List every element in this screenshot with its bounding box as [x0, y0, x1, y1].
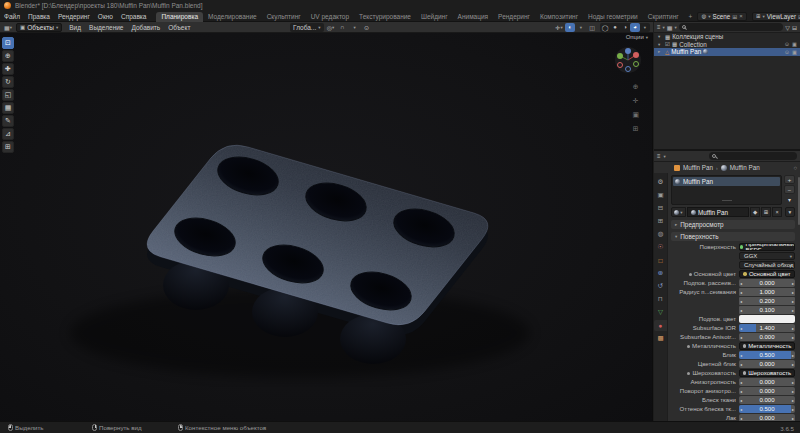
tab-physics[interactable]: ↺ — [654, 281, 667, 292]
scene-selector[interactable]: ◍ ▾ Scene ⊞ × — [697, 12, 746, 21]
overlays-dropdown[interactable]: ▾ — [576, 23, 586, 32]
remove-slot-button[interactable]: − — [784, 185, 795, 194]
outliner-row[interactable]: ▾☑▦Collection⊙▣ — [654, 41, 800, 49]
add-slot-button[interactable]: + — [784, 175, 795, 184]
tab-constraints[interactable]: ⊓ — [654, 294, 667, 305]
pan-icon[interactable]: ✛ — [633, 97, 639, 105]
workspace-tab[interactable]: Скриптинг — [643, 12, 684, 22]
browse-material-button[interactable]: ▾ — [671, 207, 686, 217]
workspace-tab[interactable]: Ноды геометрии — [583, 12, 643, 22]
topbar-menu[interactable]: Правка — [24, 13, 54, 20]
zoom-icon[interactable]: ⊕ — [633, 83, 639, 91]
breadcrumb-object[interactable]: Muffin Pan — [683, 164, 713, 171]
outliner-display-mode-icon[interactable]: ▦ — [667, 24, 673, 31]
hide-viewport-icon[interactable]: ⊙ — [785, 41, 789, 47]
sheen-tint-field[interactable]: ◂0.500▸ — [739, 405, 795, 413]
subsurface-radius-field[interactable]: ◂0.200▸ — [739, 297, 795, 305]
tab-output[interactable]: ⊟ — [654, 203, 667, 214]
material-slot-list[interactable]: Muffin Pan — [671, 175, 782, 205]
surface-field[interactable]: Принципиальный BSDF — [739, 243, 795, 251]
properties-search-input[interactable] — [709, 152, 797, 160]
specular-field[interactable]: ◂0.500▸ — [739, 351, 795, 359]
slot-specials-dropdown[interactable]: ▾ — [784, 195, 795, 204]
show-gizmo-button[interactable]: ✛▾ — [554, 23, 564, 32]
tab-scene[interactable]: ◍ — [654, 229, 667, 240]
shading-material-button[interactable]: ◑ — [620, 23, 630, 32]
resize-grip[interactable] — [722, 200, 732, 203]
outliner-filter-icon[interactable]: ▽ — [785, 24, 790, 31]
disclosure-icon[interactable]: ▾ — [658, 34, 663, 39]
workspace-tab[interactable]: Скульптинг — [262, 12, 306, 22]
outliner-search-input[interactable] — [679, 23, 784, 31]
material-specials-dropdown[interactable]: ▾ — [785, 207, 795, 217]
tab-object[interactable]: □ — [654, 255, 667, 266]
viewport-menu[interactable]: Объект — [164, 24, 194, 31]
roughness-field[interactable]: Шероховатость — [739, 369, 795, 377]
editor-type-button[interactable]: ▦▾ — [3, 23, 13, 32]
show-overlays-button[interactable]: ◐ — [565, 23, 575, 32]
disclosure-icon[interactable]: ▸ — [658, 49, 663, 54]
topbar-menu[interactable]: Справка — [117, 13, 151, 20]
snap-toggle-button[interactable]: ∩ — [338, 23, 348, 32]
tab-tool[interactable]: ⚙ — [654, 177, 667, 188]
shading-solid-button[interactable]: ● — [610, 23, 620, 32]
unlink-scene-icon[interactable]: × — [739, 13, 743, 19]
breadcrumb-material[interactable]: Muffin Pan — [730, 164, 760, 171]
tab-render[interactable]: ▣ — [654, 190, 667, 201]
new-scene-icon[interactable]: ⊞ — [732, 13, 737, 20]
subsurface-radius-field[interactable]: ◂1.000▸ — [739, 288, 795, 296]
subsurface-method-dropdown[interactable]: Случайный обход▾ — [739, 261, 795, 269]
tab-texture[interactable]: ▩ — [654, 333, 667, 344]
view-layer-selector[interactable]: ⊞ ▾ ViewLayer ⊞ × — [752, 12, 800, 21]
tab-modifiers[interactable]: ⊛ — [654, 268, 667, 279]
tab-material[interactable]: ● — [654, 320, 667, 331]
material-name-field[interactable]: Muffin Pan — [687, 207, 749, 217]
anisotropic-field[interactable]: ◂0.000▸ — [739, 378, 795, 386]
outliner-row[interactable]: ▸△Muffin Pan⊙▣ — [654, 48, 800, 56]
outliner-options-icon[interactable]: ⊟ — [792, 24, 797, 31]
tab-world[interactable]: ☉ — [654, 242, 667, 253]
surface-panel-header[interactable]: ▾Поверхность — [671, 232, 795, 241]
subsurface-radius-field[interactable]: ◂0.100▸ — [739, 306, 795, 314]
clearcoat-field[interactable]: ◂0.000▸ — [739, 414, 795, 421]
proportional-edit-button[interactable]: ⊙ — [362, 23, 372, 32]
outliner-editor-icon[interactable]: ≡ — [657, 24, 661, 30]
workspace-tab[interactable]: UV редактор — [306, 12, 354, 22]
disclosure-icon[interactable]: ▾ — [658, 42, 663, 47]
snap-settings-dropdown[interactable]: ▾ — [350, 23, 360, 32]
subsurface-anisotropy-field[interactable]: ◂0.000▸ — [739, 333, 795, 341]
workspace-tab[interactable]: Моделирование — [203, 12, 262, 22]
workspace-tab[interactable]: Рендеринг — [493, 12, 535, 22]
muffin-pan-object[interactable] — [70, 145, 530, 378]
workspace-tab[interactable]: Анимация — [453, 12, 494, 22]
workspace-tab[interactable]: Текстурирование — [354, 12, 416, 22]
anisotropic-rotation-field[interactable]: ◂0.000▸ — [739, 387, 795, 395]
toggle-projection-icon[interactable]: ⊞ — [633, 125, 639, 133]
shading-dropdown[interactable]: ▾ — [640, 23, 650, 32]
pin-icon[interactable]: ○ — [793, 165, 797, 171]
hide-viewport-icon[interactable]: ⊙ — [785, 49, 789, 55]
distribution-dropdown[interactable]: GGX▾ — [739, 252, 795, 260]
tab-object-data[interactable]: ▽ — [654, 307, 667, 318]
mode-dropdown[interactable]: ▣ Объекты ▾ — [16, 23, 62, 32]
topbar-menu[interactable]: Окно — [94, 13, 117, 20]
outliner-row[interactable]: ▾▦Коллекция сцены — [654, 33, 800, 41]
disable-render-icon[interactable]: ▣ — [792, 49, 797, 55]
shading-rendered-button[interactable]: ◕ — [630, 23, 640, 32]
viewport-3d[interactable]: Опции▾ ⊡⊕✚↻◱▦✎⊿⊞ — [0, 33, 653, 421]
topbar-menu[interactable]: Файл — [0, 13, 24, 20]
sheen-field[interactable]: ◂0.000▸ — [739, 396, 795, 404]
material-slot-item[interactable]: Muffin Pan — [673, 177, 780, 186]
tab-view-layer[interactable]: ⊞ — [654, 216, 667, 227]
disable-render-icon[interactable]: ▣ — [792, 41, 797, 47]
workspace-tab[interactable]: Композитинг — [535, 12, 583, 22]
new-material-button[interactable]: ⊞ — [761, 207, 771, 217]
topbar-menu[interactable]: Рендеринг — [54, 13, 94, 20]
preview-panel-header[interactable]: ▸Предпросмотр — [671, 220, 795, 229]
subsurface-ior-field[interactable]: ◂1.400▸ — [739, 324, 795, 332]
workspace-tab[interactable]: + — [684, 12, 698, 22]
camera-view-icon[interactable]: ▣ — [632, 111, 639, 119]
properties-editor-icon[interactable]: ≡ — [657, 153, 661, 159]
exclude-checkbox[interactable]: ☑ — [665, 41, 670, 47]
subsurface-field[interactable]: ◂0.000▸ — [739, 279, 795, 287]
